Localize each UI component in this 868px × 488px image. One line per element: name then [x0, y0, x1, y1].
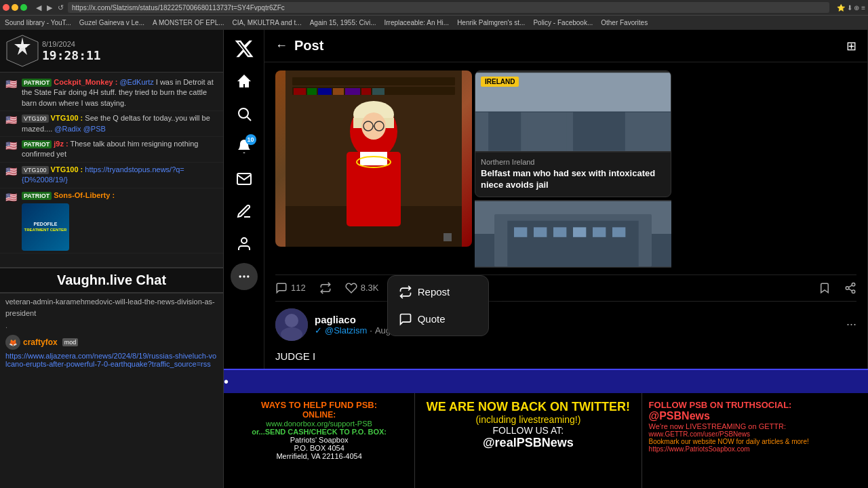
judge-figure [275, 70, 472, 247]
news-location: Northern Ireland [481, 158, 665, 166]
chat-area[interactable]: 🇺🇸 PATRIOT Cockpit_Monkey : @EdKurtz I w… [0, 73, 223, 267]
psb-header: PSB 8/19/2024 19:28:11 [0, 30, 223, 73]
craftyfox-username: craftyfox [23, 338, 58, 347]
twitter-handle: @realPSBNews [422, 436, 634, 450]
like-count: 8.3K [361, 283, 379, 293]
reply-button[interactable]: 112 [275, 282, 306, 294]
browser-forward-btn[interactable]: ▶ [45, 3, 54, 12]
svg-point-3 [239, 108, 248, 118]
fund-url: www.donorbox.org/support-PSB [231, 420, 408, 428]
badge-patriot-1: PATRIOT [22, 79, 52, 87]
search-nav-icon[interactable] [231, 100, 258, 127]
username-4: VTG100 : [51, 165, 83, 174]
post-user-avatar [275, 308, 308, 341]
news-card-image-1: IRELAND [475, 71, 671, 152]
browser-refresh-btn[interactable]: ↺ [56, 3, 65, 12]
mention-1: @EdKurtz [119, 78, 153, 86]
quote-option[interactable]: Quote [388, 306, 488, 333]
svg-line-54 [848, 285, 852, 287]
svg-rect-16 [333, 88, 344, 95]
bookmark-1[interactable]: Sound library - YouT... [3, 19, 73, 26]
chat-message-3: 🇺🇸 PATRIOT j9z : These talk about him re… [0, 137, 223, 163]
chat-message-2: 🇺🇸 VTG100 VTG100 : See the Q deltas for … [0, 111, 223, 137]
post-header: ← Post ⊞ [264, 30, 867, 62]
fund-panel: WAYS TO HELP FUND PSB: ONLINE: www.donor… [224, 393, 415, 488]
username-2: VTG100 : [51, 114, 83, 122]
browser-menu-icons[interactable]: ⭐ ⬇ ⊕ ≡ [837, 4, 865, 12]
twitter-back-title: WE ARE NOW BACK ON TWITTER! [422, 400, 634, 414]
bookmark-other[interactable]: Other Favorites [599, 19, 650, 26]
chat-below[interactable]: veteran-admin-karamehmedovic-will-lead-t… [0, 293, 223, 488]
fund-addr3: Merrifield, VA 22116-4054 [231, 452, 408, 460]
svg-point-57 [281, 327, 302, 341]
back-button[interactable]: ← [275, 39, 288, 53]
social-gettr-url: www.GETTR.com/user/PSBNews [649, 430, 861, 438]
svg-rect-45 [593, 227, 606, 237]
more-options-button[interactable]: ··· [846, 317, 856, 331]
browser-back-btn[interactable]: ◀ [35, 3, 43, 12]
social-bookmark-text: Bookmark our website NOW for daily artic… [649, 438, 861, 445]
badge-vtg-4: VTG100 [22, 166, 49, 174]
profile-nav-icon[interactable] [231, 230, 258, 258]
repost-dropdown: Repost Quote [387, 275, 489, 336]
repost-area: Repost Quote [319, 282, 332, 294]
bookmark-3[interactable]: A MONSTER OF EPL... [151, 19, 226, 26]
share-button[interactable] [844, 282, 856, 294]
post-actions: 112 Repost [275, 274, 856, 302]
vaughn-title: Vaughn.live Chat [5, 272, 218, 288]
twitter-follow-label: FOLLOW US AT: [422, 425, 634, 436]
fund-or: or...SEND CASH/CHECK TO P.O. BOX: [231, 428, 408, 436]
messages-nav-icon[interactable] [231, 165, 258, 192]
home-nav-icon[interactable] [231, 68, 258, 95]
avatar-3: 🇺🇸 [5, 139, 19, 152]
news-card-body-1: Northern Ireland Belfast man who had sex… [475, 152, 671, 197]
vaughn-banner: Vaughn.live Chat [0, 267, 223, 293]
svg-point-56 [285, 314, 298, 327]
username-5: Sons-Of-Liberty : [54, 191, 115, 199]
repost-button[interactable] [319, 282, 332, 294]
compose-nav-icon[interactable] [231, 198, 258, 225]
bookmarks-bar: Sound library - YouT... Guzel Gaineva v … [0, 15, 868, 30]
ireland-badge: IRELAND [481, 77, 519, 87]
svg-point-8 [239, 276, 241, 277]
url-text: https://x.com/Slatzism/status/1822257006… [72, 4, 285, 12]
bookmark-4[interactable]: CIA, MKULTRA and t... [231, 19, 304, 26]
post-user-info: pagliaco ✓ @Slatzism · Aug 10 ··· [275, 302, 856, 348]
scroll-text: veteran-admin-karamehmedovic-will-lead-t… [5, 296, 218, 319]
twitter-back-sub: (including livestreaming!) [422, 414, 634, 425]
quote-label: Quote [418, 313, 446, 325]
bookmark-2[interactable]: Guzel Gaineva v Le... [77, 19, 146, 26]
mention-2: @Radix @PSB [54, 125, 106, 133]
notification-badge: 10 [245, 134, 256, 145]
craftyfox-link: https://www.aljazeera.com/news/2024/8/19… [5, 352, 218, 368]
svg-line-4 [247, 117, 251, 121]
fund-title: WAYS TO HELP FUND PSB: [231, 400, 408, 410]
bookmark-6[interactable]: Irreplaceable: An Hi... [382, 19, 452, 26]
svg-rect-46 [612, 227, 625, 237]
post-preview-text: JUDGE I [275, 350, 856, 362]
svg-rect-28 [360, 152, 387, 165]
svg-rect-14 [307, 88, 317, 95]
social-panel: FOLLOW PSB ON TRUTHSOCIAL: @PSBNews We'r… [642, 393, 868, 488]
ticker-bar: • t: Americans Are Increasingly Unhappy … [224, 369, 868, 393]
url-bar[interactable]: https://x.com/Slatzism/status/1822257006… [68, 2, 829, 13]
bookmark-8[interactable]: Policy - Facebook... [531, 19, 595, 26]
post-images: IRELAND Northern Ireland Belfast man who… [275, 70, 856, 268]
svg-rect-15 [318, 88, 332, 95]
chat-message-1: 🇺🇸 PATRIOT Cockpit_Monkey : @EdKurtz I w… [0, 75, 223, 111]
avatar-5: 🇺🇸 [5, 190, 19, 204]
craftyfox-message: 🦊 craftyfox mod https://www.aljazeera.co… [5, 332, 218, 371]
username-3: j9z : [54, 140, 68, 148]
bookmark-5[interactable]: Again 15, 1955: Civi... [308, 19, 378, 26]
more-nav-icon[interactable] [231, 263, 258, 290]
repost-option[interactable]: Repost [388, 279, 488, 306]
post-body: IRELAND Northern Ireland Belfast man who… [264, 62, 867, 370]
bookmark-button[interactable] [818, 282, 831, 294]
grid-icon[interactable]: ⊞ [846, 39, 856, 54]
left-panel: PSB 8/19/2024 19:28:11 🇺🇸 PATRIOT Cockpi… [0, 30, 224, 488]
like-button[interactable]: 8.3K [345, 282, 379, 294]
notifications-nav-icon[interactable]: 10 [231, 133, 258, 160]
post-title: Post [294, 38, 840, 54]
bookmark-7[interactable]: Henrik Palmgren's st... [455, 19, 527, 26]
social-title: FOLLOW PSB ON TRUTHSOCIAL: [649, 400, 861, 410]
